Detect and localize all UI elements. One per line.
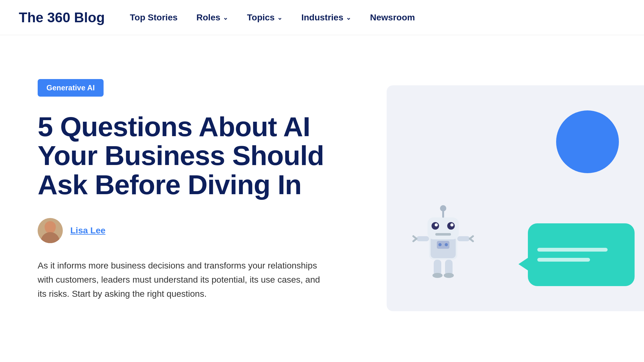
author-section: Lisa Lee	[38, 218, 336, 243]
nav-item-top-stories[interactable]: Top Stories	[130, 13, 178, 23]
roles-chevron-icon: ⌄	[223, 14, 228, 21]
topics-label: Topics	[247, 13, 275, 23]
main-content: Generative AI 5 Questions About AI Your …	[0, 35, 644, 362]
nav-links: Top Stories Roles ⌄ Topics ⌄ Industries …	[130, 13, 415, 23]
topics-chevron-icon: ⌄	[277, 14, 282, 21]
blue-bubble-decoration	[556, 110, 619, 173]
nav-item-newsroom[interactable]: Newsroom	[370, 13, 415, 23]
svg-rect-11	[435, 233, 451, 236]
svg-point-3	[43, 235, 57, 243]
category-badge[interactable]: Generative AI	[38, 79, 104, 97]
avatar-image	[38, 218, 63, 243]
topics-menu[interactable]: Topics ⌄	[247, 13, 282, 23]
svg-line-19	[470, 239, 473, 241]
robot-svg	[412, 203, 475, 291]
svg-point-13	[440, 205, 446, 211]
bubble-line-1	[537, 248, 608, 252]
svg-point-2	[41, 235, 59, 243]
industries-menu[interactable]: Industries ⌄	[301, 13, 351, 23]
nav-item-industries[interactable]: Industries ⌄	[301, 13, 351, 23]
svg-point-9	[435, 223, 438, 226]
article-text-section: Generative AI 5 Questions About AI Your …	[38, 73, 336, 301]
svg-rect-6	[427, 217, 459, 239]
newsroom-link[interactable]: Newsroom	[370, 13, 415, 23]
robot-illustration	[412, 203, 475, 292]
industries-label: Industries	[301, 13, 343, 23]
svg-rect-15	[457, 236, 470, 241]
roles-menu[interactable]: Roles ⌄	[196, 13, 228, 23]
svg-point-22	[432, 273, 443, 278]
svg-point-26	[445, 243, 448, 246]
nav-item-topics[interactable]: Topics ⌄	[247, 13, 282, 23]
article-description: As it informs more business decisions an…	[38, 259, 320, 301]
svg-point-23	[444, 273, 454, 278]
article-illustration	[387, 85, 644, 311]
author-name[interactable]: Lisa Lee	[70, 226, 105, 236]
green-speech-bubble	[528, 223, 635, 286]
top-stories-link[interactable]: Top Stories	[130, 13, 178, 23]
svg-point-10	[450, 223, 453, 226]
industries-chevron-icon: ⌄	[346, 14, 351, 21]
nav-item-roles[interactable]: Roles ⌄	[196, 13, 228, 23]
article-title: 5 Questions About AI Your Business Shoul…	[38, 112, 336, 199]
svg-point-25	[438, 243, 442, 246]
svg-point-1	[45, 221, 56, 232]
author-avatar	[38, 218, 63, 243]
bubble-line-2	[537, 258, 590, 262]
brand-logo[interactable]: The 360 Blog	[19, 10, 105, 25]
svg-line-17	[413, 239, 416, 241]
roles-label: Roles	[196, 13, 220, 23]
navbar: The 360 Blog Top Stories Roles ⌄ Topics …	[0, 0, 644, 35]
svg-rect-14	[416, 236, 429, 241]
